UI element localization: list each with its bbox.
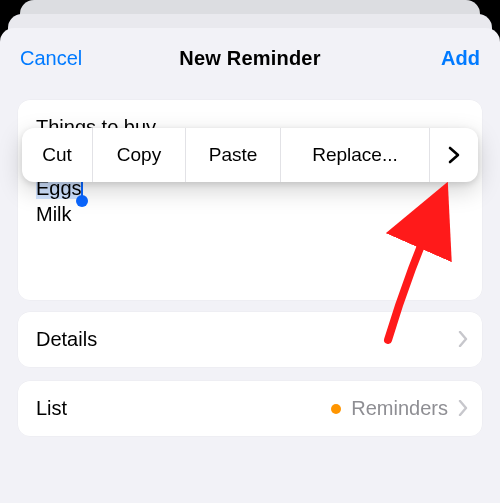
notes-line-3[interactable]: Milk <box>36 201 464 227</box>
selection-end-handle[interactable] <box>76 195 88 207</box>
edit-menu-more[interactable] <box>430 128 478 182</box>
list-value: Reminders <box>351 397 448 420</box>
chevron-right-icon <box>448 146 460 164</box>
details-label: Details <box>36 328 97 351</box>
nav-bar: Cancel New Reminder Add <box>0 28 500 88</box>
list-color-dot-icon <box>331 404 341 414</box>
chevron-right-icon <box>458 330 468 350</box>
edit-menu-replace[interactable]: Replace... <box>281 128 429 182</box>
edit-menu-copy[interactable]: Copy <box>93 128 185 182</box>
page-title: New Reminder <box>179 47 320 70</box>
list-row[interactable]: List Reminders <box>18 381 482 436</box>
chevron-right-icon <box>458 399 468 419</box>
add-button[interactable]: Add <box>441 28 480 88</box>
text-edit-menu: Cut Copy Paste Replace... <box>22 128 478 182</box>
new-reminder-sheet: Cancel New Reminder Add Things to buy Br… <box>0 28 500 503</box>
details-row[interactable]: Details <box>18 312 482 367</box>
edit-menu-cut[interactable]: Cut <box>22 128 92 182</box>
list-label: List <box>36 397 67 420</box>
cancel-button[interactable]: Cancel <box>20 28 82 88</box>
edit-menu-paste[interactable]: Paste <box>186 128 280 182</box>
